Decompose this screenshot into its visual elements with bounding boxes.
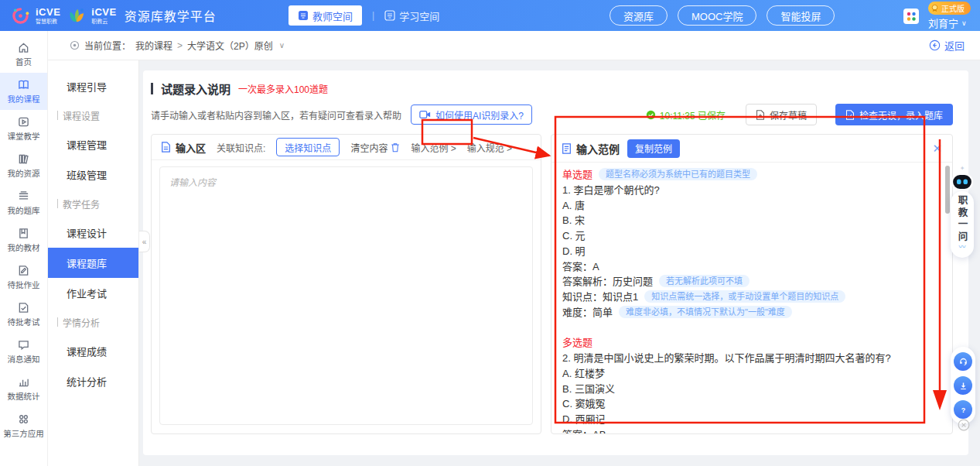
- sidebar-item-pending-exams[interactable]: 待批考试: [0, 296, 47, 333]
- input-tip: 请手动输入或者粘贴内容到输入区，若有疑问可查看录入帮助: [151, 108, 401, 122]
- breadcrumb-item-current[interactable]: 大学语文（2P）原创: [187, 39, 273, 52]
- assistant-pill: 职教一问 〰: [951, 191, 974, 258]
- nav-separator: |: [372, 10, 374, 21]
- menu-item-course-design[interactable]: 课程设计: [48, 218, 138, 248]
- menu-item-course-grades[interactable]: 课程成绩: [48, 336, 138, 366]
- sidebar-item-classroom-teaching[interactable]: 课堂教学: [0, 110, 47, 147]
- user-name: 刘育宁: [928, 15, 958, 30]
- assistant-widget[interactable]: ✦ 职教一问 〰: [948, 166, 977, 258]
- save-draft-button[interactable]: 保存草稿: [746, 104, 817, 125]
- menu-section-label: 课程设置: [48, 101, 138, 129]
- sidebar-item-data-statistics[interactable]: 数据统计: [0, 370, 47, 407]
- sample-line: A. 红楼梦: [562, 366, 941, 382]
- sidebar-item-home[interactable]: 首页: [0, 36, 47, 73]
- logo2-sub: 职教云: [91, 19, 116, 24]
- notifications-icon: [18, 339, 29, 351]
- hint-badge: 题型名称必须为系统中已有的题目类型: [599, 168, 757, 180]
- title-accent-bar: [151, 83, 153, 94]
- input-panel: 输入区 关联知识点: 选择知识点 清空内容 输入范例 > 输入规范 >: [151, 134, 541, 434]
- download-button[interactable]: [954, 376, 972, 395]
- breadcrumb-item-courses[interactable]: 我的课程: [135, 39, 172, 52]
- back-arrow-icon: [929, 39, 941, 51]
- document-icon: [562, 143, 572, 154]
- check-circle-icon: [646, 110, 656, 120]
- pending-homework-icon: [18, 265, 29, 276]
- back-label: 返回: [944, 38, 965, 53]
- sample-line: C. 窦娥冤: [562, 396, 941, 412]
- sample-panel-header: 输入范例 复制范例 ✕: [551, 135, 952, 163]
- close-circle-icon[interactable]: [958, 419, 970, 431]
- classroom-teaching-icon: [18, 116, 29, 128]
- sample-line: 2. 明清是中国小说史上的繁荣时期。以下作品属于明清时期四大名著的有?: [562, 351, 941, 366]
- question-input-textarea[interactable]: [160, 167, 532, 424]
- sidebar-item-pending-homework[interactable]: 待批作业: [0, 259, 47, 296]
- learn-space-icon: [384, 10, 395, 21]
- course-menu: 课程引导课程设置课程管理班级管理教学任务课程设计课程题库作业考试学情分析课程成绩…: [48, 60, 139, 466]
- menu-item-class-management[interactable]: 班级管理: [48, 159, 138, 190]
- submit-to-bank-button[interactable]: 检查无误，录入题库: [835, 104, 953, 125]
- header-user-area: 正式版 刘育宁 ∨: [903, 2, 971, 30]
- sidebar-item-my-resources[interactable]: 我的资源: [0, 147, 47, 184]
- sidebar-item-my-courses[interactable]: 我的课程: [0, 73, 47, 110]
- question-type-label: 多选题: [562, 335, 941, 351]
- main-area: 试题录入说明 一次最多录入100道题 请手动输入或者粘贴内容到输入区，若有疑问可…: [139, 60, 980, 466]
- sample-line: B. 三国演义: [562, 382, 941, 397]
- sidebar-item-my-textbooks[interactable]: 我的教材: [0, 221, 47, 259]
- menu-item-homework-exam[interactable]: 作业考试: [48, 278, 138, 308]
- sample-line: A. 唐: [562, 198, 941, 214]
- knowledge-point-label: 关联知识点:: [217, 141, 265, 154]
- robot-icon: [950, 172, 975, 193]
- menu-section-label: 教学任务: [48, 190, 138, 218]
- menu-item-course-question-bank[interactable]: 课程题库: [48, 248, 138, 278]
- mooc-college-button[interactable]: MOOC学院: [678, 5, 756, 26]
- sample-line: 1. 李白是哪个朝代的?: [562, 183, 941, 198]
- breadcrumb-bar: 当前位置： 我的课程 > 大学语文（2P）原创 ∨ 返回: [48, 31, 980, 60]
- video-camera-icon: [419, 110, 431, 119]
- sample-line: B. 宋: [562, 213, 941, 228]
- back-button[interactable]: 返回: [929, 38, 965, 53]
- platform-title: 资源库教学平台: [125, 6, 217, 25]
- headset-icon: [958, 357, 968, 367]
- question-type-label: 单选题题型名称必须为系统中已有的题目类型: [562, 167, 941, 183]
- ai-recognition-help-button[interactable]: 如何使用AI识别录入?: [411, 105, 532, 125]
- draft-file-icon: [756, 110, 765, 120]
- copy-sample-button[interactable]: 复制范例: [627, 139, 680, 158]
- resource-library-button[interactable]: 资源库: [610, 5, 668, 26]
- menu-item-course-management[interactable]: 课程管理: [48, 129, 138, 159]
- title-note: 一次最多录入100道题: [238, 82, 328, 95]
- sample-line: C. 元: [562, 228, 941, 244]
- zhijiaoyun-fan-icon: [67, 6, 86, 25]
- breadcrumb-separator: >: [177, 40, 183, 51]
- sample-line: [562, 320, 941, 336]
- user-menu[interactable]: 刘育宁 ∨: [928, 15, 967, 30]
- teacher-space-button[interactable]: 教师空间: [289, 5, 362, 26]
- medal-icon: [930, 4, 939, 12]
- customer-service-button[interactable]: [954, 352, 972, 371]
- close-icon[interactable]: ✕: [932, 142, 942, 154]
- collapse-icon: «: [142, 238, 147, 246]
- sidebar-item-notifications[interactable]: 消息通知: [0, 333, 47, 370]
- menu-item-course-guide[interactable]: 课程引导: [48, 71, 138, 101]
- breadcrumb-chevron-icon[interactable]: ∨: [279, 41, 285, 50]
- input-editor-box: [159, 166, 533, 425]
- sidebar-item-my-question-bank[interactable]: 我的题库: [0, 184, 47, 221]
- icon-sidebar: 首页我的课程课堂教学我的资源我的题库我的教材待批作业待批考试消息通知数据统计第三…: [0, 31, 48, 466]
- input-sample-link[interactable]: 输入范例 >: [411, 141, 456, 154]
- clear-content-button[interactable]: 清空内容: [350, 141, 400, 154]
- learn-space-button[interactable]: 学习空间: [384, 9, 439, 23]
- menu-section-label: 学情分析: [48, 308, 138, 336]
- teacher-space-label: 教师空间: [312, 9, 353, 23]
- floating-toolbar: ?: [951, 347, 975, 424]
- my-textbooks-icon: [18, 228, 29, 239]
- sidebar-item-third-party-apps[interactable]: 第三方应用: [0, 407, 47, 444]
- assistant-label: 职教一问: [955, 195, 970, 243]
- menu-collapse-handle[interactable]: «: [139, 231, 150, 252]
- help-button[interactable]: ?: [954, 400, 972, 419]
- select-knowledge-button[interactable]: 选择知识点: [276, 138, 340, 156]
- smart-cast-button[interactable]: 智能投屏: [767, 5, 835, 26]
- menu-item-statistical-analysis[interactable]: 统计分析: [48, 366, 138, 396]
- input-spec-link[interactable]: 输入规范 >: [467, 141, 512, 154]
- header-pill-group: 资源库MOOC学院智能投屏: [610, 5, 835, 26]
- my-question-bank-icon: [18, 190, 29, 202]
- app-grid-icon[interactable]: [903, 9, 919, 24]
